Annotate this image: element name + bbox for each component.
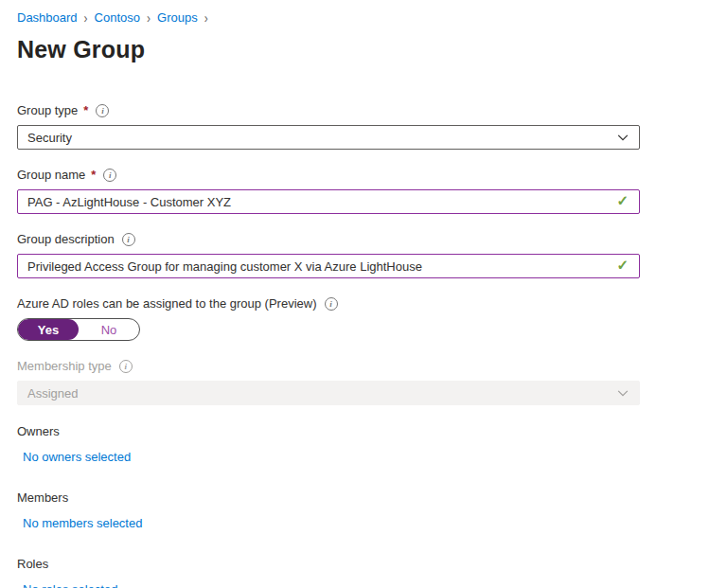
owners-picker-link[interactable]: No owners selected [23,450,131,464]
breadcrumb-groups[interactable]: Groups [157,10,198,25]
breadcrumb-separator-icon: › [147,9,151,27]
membership-type-label: Membership type i [17,359,727,373]
roles-assignable-toggle: Yes No [17,318,140,341]
new-group-form: Group type * i Security Group name * i [17,103,727,588]
field-group-name: Group name * i ✓ [17,168,727,214]
members-label: Members [17,490,727,505]
section-members: Members No members selected [17,490,727,531]
roles-picker-link[interactable]: No roles selected [23,582,117,588]
group-type-label: Group type * i [17,103,727,117]
chevron-down-icon [616,131,629,144]
group-name-input[interactable] [17,189,640,214]
group-description-input[interactable] [17,254,640,278]
breadcrumb-contoso[interactable]: Contoso [95,10,140,25]
chevron-down-icon [616,386,629,400]
breadcrumb-separator-icon: › [204,9,208,27]
new-group-page: Dashboard › Contoso › Groups › New Group… [0,0,727,588]
roles-assignable-label: Azure AD roles can be assigned to the gr… [17,296,727,311]
field-group-description: Group description i ✓ [17,232,727,278]
page-title: New Group [17,36,727,63]
breadcrumb-dashboard[interactable]: Dashboard [17,10,78,25]
info-icon: i [325,297,338,311]
breadcrumb: Dashboard › Contoso › Groups › [17,10,727,25]
membership-type-selected-value: Assigned [27,386,78,401]
membership-type-select: Assigned [17,381,640,405]
required-asterisk: * [83,103,88,117]
roles-label: Roles [17,557,727,571]
info-icon: i [119,360,133,373]
toggle-yes-button[interactable]: Yes [18,319,79,340]
owners-label: Owners [17,424,727,438]
group-name-label: Group name * i [17,168,727,182]
section-owners: Owners No owners selected [17,424,727,465]
group-type-selected-value: Security [27,131,72,145]
field-group-type: Group type * i Security [17,103,727,150]
info-icon: i [122,233,135,246]
info-icon: i [103,169,116,182]
toggle-no-button[interactable]: No [79,319,139,340]
members-picker-link[interactable]: No members selected [23,516,142,530]
breadcrumb-separator-icon: › [84,9,88,27]
field-roles-assignable: Azure AD roles can be assigned to the gr… [17,296,727,341]
section-roles: Roles No roles selected [17,557,727,588]
info-icon: i [96,104,109,117]
group-type-select[interactable]: Security [17,125,640,150]
field-membership-type: Membership type i Assigned [17,359,727,405]
required-asterisk: * [91,168,96,182]
group-description-label: Group description i [17,232,727,246]
